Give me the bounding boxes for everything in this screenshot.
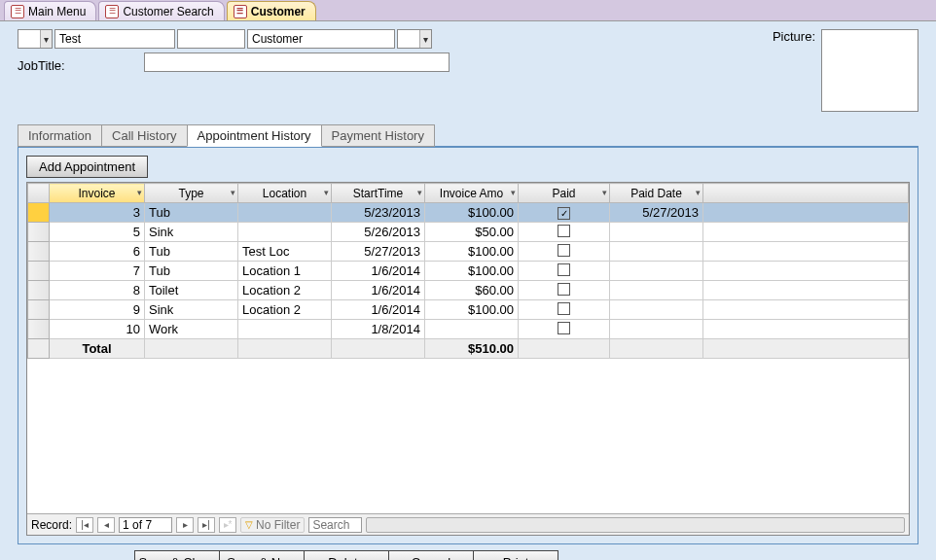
paid-checkbox[interactable] bbox=[558, 225, 570, 237]
cell[interactable] bbox=[519, 320, 610, 339]
cell[interactable]: Tub bbox=[145, 203, 238, 223]
cell[interactable]: Test Loc bbox=[238, 242, 332, 262]
row-selector[interactable] bbox=[28, 223, 50, 242]
save-new-button[interactable]: Save & New bbox=[219, 550, 305, 560]
cell[interactable]: $50.00 bbox=[425, 223, 519, 242]
cell[interactable] bbox=[238, 203, 332, 223]
cell[interactable] bbox=[519, 203, 610, 223]
cell[interactable]: 8 bbox=[50, 281, 145, 300]
print-button[interactable]: Print bbox=[473, 550, 558, 560]
cell[interactable] bbox=[519, 281, 610, 300]
cell[interactable]: 5/23/2013 bbox=[332, 203, 425, 223]
cell[interactable] bbox=[519, 300, 610, 320]
middle-name-field[interactable] bbox=[177, 29, 245, 49]
cell[interactable]: Location 2 bbox=[238, 300, 332, 320]
table-row[interactable]: 8ToiletLocation 21/6/2014$60.00 bbox=[28, 281, 909, 300]
record-search-field[interactable] bbox=[308, 517, 362, 533]
cell[interactable]: 6 bbox=[50, 242, 145, 262]
cell[interactable]: Location 1 bbox=[238, 262, 332, 281]
col-type[interactable]: Type▾ bbox=[145, 184, 238, 203]
cell[interactable]: Location 2 bbox=[238, 281, 332, 300]
window-tab-main-menu[interactable]: Main Menu bbox=[4, 1, 96, 20]
cell[interactable] bbox=[610, 262, 703, 281]
cell[interactable]: $100.00 bbox=[425, 203, 519, 223]
cell[interactable] bbox=[610, 223, 703, 242]
cell[interactable] bbox=[238, 320, 332, 339]
tab-call-history[interactable]: Call History bbox=[101, 124, 187, 147]
tab-appointment-history[interactable]: Appointment History bbox=[187, 124, 322, 147]
paid-checkbox[interactable] bbox=[558, 283, 570, 296]
cell[interactable]: 5 bbox=[50, 223, 145, 242]
cell[interactable] bbox=[610, 300, 703, 320]
table-row[interactable]: 6TubTest Loc5/27/2013$100.00 bbox=[28, 242, 909, 262]
cell[interactable]: 9 bbox=[50, 300, 145, 320]
cell[interactable]: 1/6/2014 bbox=[332, 262, 425, 281]
cell[interactable]: Tub bbox=[145, 262, 238, 281]
cell[interactable]: Work bbox=[145, 320, 238, 339]
cell[interactable]: 5/27/2013 bbox=[332, 242, 425, 262]
filter-indicator[interactable]: No Filter bbox=[240, 517, 305, 533]
col-starttime[interactable]: StartTime▾ bbox=[332, 184, 425, 203]
appointments-table[interactable]: Invoice▾Type▾Location▾StartTime▾Invoice … bbox=[27, 183, 909, 359]
cell[interactable] bbox=[238, 223, 332, 242]
row-selector[interactable] bbox=[28, 242, 50, 262]
row-selector[interactable] bbox=[28, 262, 50, 281]
cell[interactable]: 5/27/2013 bbox=[610, 203, 703, 223]
cancel-button[interactable]: Cancel bbox=[388, 550, 474, 560]
column-dropdown-icon[interactable]: ▾ bbox=[417, 188, 422, 197]
col-paid-date[interactable]: Paid Date▾ bbox=[610, 184, 703, 203]
cell[interactable]: $100.00 bbox=[425, 242, 519, 262]
save-close-button[interactable]: Save & Close bbox=[134, 550, 220, 560]
cell[interactable]: Sink bbox=[145, 223, 238, 242]
horizontal-scrollbar[interactable] bbox=[366, 517, 905, 533]
nav-prev-button[interactable]: ◂ bbox=[97, 517, 115, 533]
nav-next-button[interactable]: ▸ bbox=[176, 517, 194, 533]
col-invoice[interactable]: Invoice▾ bbox=[50, 184, 145, 203]
nav-last-button[interactable]: ▸| bbox=[198, 517, 215, 533]
paid-checkbox[interactable] bbox=[558, 322, 570, 334]
cell[interactable] bbox=[610, 320, 703, 339]
row-selector[interactable] bbox=[28, 320, 50, 339]
column-dropdown-icon[interactable]: ▾ bbox=[324, 188, 329, 197]
cell[interactable] bbox=[425, 320, 519, 339]
suffix-select[interactable] bbox=[397, 29, 432, 49]
cell[interactable]: $100.00 bbox=[425, 300, 519, 320]
paid-checkbox[interactable] bbox=[558, 302, 570, 315]
picture-placeholder[interactable] bbox=[821, 29, 918, 112]
jobtitle-field[interactable] bbox=[144, 52, 450, 72]
cell[interactable]: 1/6/2014 bbox=[332, 281, 425, 300]
cell[interactable]: 5/26/2013 bbox=[332, 223, 425, 242]
paid-checkbox[interactable] bbox=[558, 244, 570, 257]
row-selector[interactable] bbox=[28, 281, 50, 300]
col-location[interactable]: Location▾ bbox=[238, 184, 332, 203]
cell[interactable]: 3 bbox=[50, 203, 145, 223]
add-appointment-button[interactable]: Add Appointment bbox=[26, 156, 148, 178]
cell[interactable]: $100.00 bbox=[425, 262, 519, 281]
table-row[interactable]: 7TubLocation 11/6/2014$100.00 bbox=[28, 262, 909, 281]
first-name-field[interactable]: Test bbox=[54, 29, 175, 49]
col-invoice-amo[interactable]: Invoice Amo▾ bbox=[425, 184, 519, 203]
cell[interactable] bbox=[610, 242, 703, 262]
table-row[interactable]: 5Sink5/26/2013$50.00 bbox=[28, 223, 909, 242]
window-tab-customer-search[interactable]: Customer Search bbox=[98, 1, 224, 20]
table-row[interactable]: 9SinkLocation 21/6/2014$100.00 bbox=[28, 300, 909, 320]
nav-new-button[interactable]: ▸* bbox=[219, 517, 236, 533]
prefix-select[interactable] bbox=[18, 29, 53, 49]
row-selector[interactable] bbox=[28, 203, 50, 223]
column-dropdown-icon[interactable]: ▾ bbox=[231, 188, 235, 197]
tab-information[interactable]: Information bbox=[18, 124, 102, 147]
column-dropdown-icon[interactable]: ▾ bbox=[696, 188, 701, 197]
window-tab-customer[interactable]: Customer bbox=[227, 1, 316, 20]
cell[interactable]: 7 bbox=[50, 262, 145, 281]
column-dropdown-icon[interactable]: ▾ bbox=[602, 188, 607, 197]
cell[interactable] bbox=[519, 223, 610, 242]
column-dropdown-icon[interactable]: ▾ bbox=[511, 188, 516, 197]
cell[interactable]: Sink bbox=[145, 300, 238, 320]
delete-button[interactable]: Delete bbox=[304, 550, 389, 560]
tab-payment-history[interactable]: Payment History bbox=[321, 124, 435, 147]
record-position-field[interactable] bbox=[119, 517, 172, 533]
paid-checkbox[interactable] bbox=[558, 207, 570, 220]
row-selector[interactable] bbox=[28, 300, 50, 320]
last-name-field[interactable]: Customer bbox=[247, 29, 395, 49]
cell[interactable]: Toilet bbox=[145, 281, 238, 300]
